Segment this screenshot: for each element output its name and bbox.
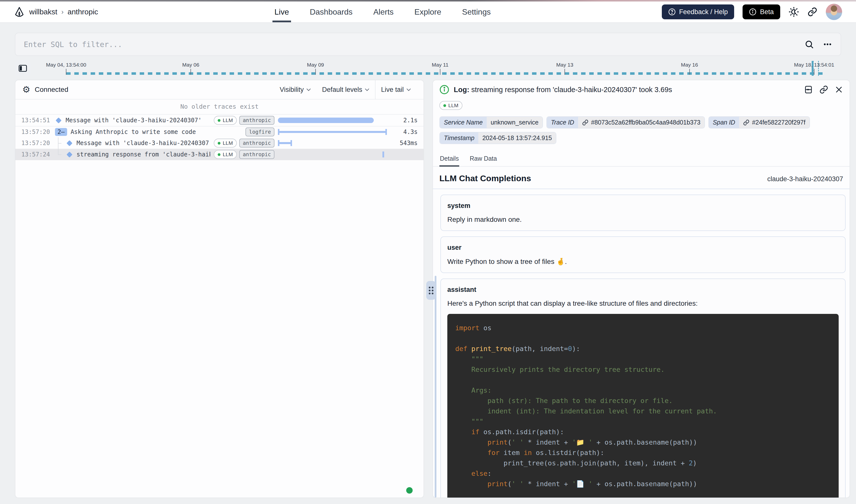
attribute-timestamp: Timestamp2024-05-18 13:57:24.915 [439, 132, 556, 144]
beta-button[interactable]: Beta [743, 4, 780, 19]
timeline-tick-mark [66, 69, 66, 75]
question-circle-icon [668, 8, 676, 16]
breadcrumb: willbakst › anthropic [29, 8, 98, 16]
trace-message: Asking Anthropic to write some code [71, 128, 242, 136]
attribute-label: Service Name [440, 117, 487, 128]
timeline-tick-mark [440, 69, 440, 75]
settings-gear-icon[interactable]: ⚙ [22, 85, 30, 94]
main-content: ⚙ Connected VisibilityDefault levelsLive… [15, 80, 850, 498]
chevron-right-icon: › [61, 8, 64, 16]
control-label: Live tail [381, 86, 404, 94]
attribute-trace-id: Trace ID#8073c52a62ffb9ba05c4aa948d01b37… [546, 116, 705, 128]
code-line: """ [455, 416, 831, 427]
timeline-tick-mark [689, 69, 690, 75]
control-default-levels[interactable]: Default levels [317, 80, 375, 99]
llm-badge: LLM [214, 116, 237, 125]
feedback-help-button[interactable]: Feedback / Help [662, 4, 734, 19]
trace-duration: 543ms [390, 140, 418, 146]
link-icon [582, 119, 589, 126]
code-block[interactable]: import os def print_tree(path, indent=0)… [447, 314, 839, 498]
trace-time: 13:57:20 [21, 140, 52, 146]
duration-bar [382, 151, 384, 158]
section-title: LLM Chat Completions [439, 174, 531, 183]
collapse-count-badge[interactable]: 2– [55, 128, 67, 136]
close-icon[interactable] [835, 85, 843, 94]
timeline-tick-label: May 16 [681, 62, 698, 68]
detail-actions [804, 85, 843, 94]
traces-panel: ⚙ Connected VisibilityDefault levelsLive… [15, 80, 424, 498]
trace-duration: 2.1s [390, 117, 418, 124]
code-line: if os.path.isdir(path): [455, 427, 831, 437]
message-card-user: userWrite Python to show a tree of files… [440, 236, 845, 273]
trace-row[interactable]: 13:57:20Message with 'claude-3-haiku-202… [15, 138, 423, 149]
llm-badge-label: LLM [223, 140, 233, 146]
attribute-label: Span ID [709, 117, 739, 128]
code-line [455, 489, 831, 498]
section-row: LLM Chat Completions claude-3-haiku-2024… [433, 167, 850, 188]
nav-item-dashboards[interactable]: Dashboards [310, 1, 353, 22]
tree-connector [55, 138, 63, 149]
nav-item-settings[interactable]: Settings [462, 1, 491, 22]
copy-link-icon[interactable] [819, 85, 828, 94]
trace-row[interactable]: 13:57:24streaming response from 'claude-… [15, 149, 423, 160]
logfire-logo-icon[interactable] [14, 6, 25, 17]
timeline-tick-label: May 06 [182, 62, 199, 68]
breadcrumb-project[interactable]: anthropic [68, 8, 98, 16]
span-diamond-icon [66, 151, 72, 158]
breadcrumb-org[interactable]: willbakst [29, 8, 57, 16]
trace-badges: LLManthropic [214, 139, 275, 147]
attribute-label: Trace ID [547, 117, 578, 128]
provider-badge-anthropic: anthropic [239, 139, 275, 147]
trace-time: 13:57:20 [21, 128, 52, 136]
sidebar-toggle-button[interactable] [15, 60, 31, 76]
attribute-value[interactable]: #24fe5822720f297f [739, 117, 809, 128]
attribute-pills: Service Nameunknown_serviceTrace ID#8073… [439, 116, 843, 144]
attribute-label: Timestamp [440, 132, 478, 144]
code-line: import os [455, 323, 831, 333]
message-text: Here's a Python script that can display … [447, 300, 839, 307]
panel-splitter-handle[interactable] [426, 281, 436, 300]
timeline-track[interactable]: May 04, 13:54:00May 06May 09May 11May 13… [47, 60, 841, 77]
attribute-value[interactable]: #8073c52a62ffb9ba05c4aa948d01b373 [578, 117, 704, 128]
feedback-help-label: Feedback / Help [679, 8, 728, 16]
trace-row[interactable]: 13:57:202–Asking Anthropic to write some… [15, 126, 423, 138]
llm-badge-label: LLM [223, 117, 233, 123]
code-line: print(' ' * indent + '📁 ' + os.path.base… [455, 437, 831, 448]
attribute-value-text: 2024-05-18 13:57:24.915 [482, 134, 552, 142]
tree-connector [55, 149, 63, 160]
timeline-tick-label: May 09 [307, 62, 324, 68]
message-card-assistant: assistantHere's a Python script that can… [440, 278, 845, 498]
green-dot-icon [218, 119, 221, 122]
tab-details[interactable]: Details [439, 151, 459, 166]
nav-item-explore[interactable]: Explore [414, 1, 441, 22]
duration-bar [278, 129, 387, 135]
messages-scrollbar[interactable] [435, 276, 436, 498]
chevron-down-icon [365, 88, 369, 91]
link-icon [743, 119, 750, 126]
duration-bar [278, 118, 374, 123]
trace-row[interactable]: 13:54:51Message with 'claude-3-haiku-202… [15, 114, 423, 126]
control-live-tail[interactable]: Live tail [375, 80, 417, 99]
green-dot-icon [218, 153, 221, 156]
theme-toggle-icon[interactable] [789, 7, 799, 17]
traces-controls: VisibilityDefault levelsLive tail [274, 80, 417, 99]
tab-raw-data[interactable]: Raw Data [469, 151, 497, 166]
sql-filter-input[interactable] [24, 40, 804, 49]
control-visibility[interactable]: Visibility [274, 80, 317, 99]
user-avatar[interactable] [826, 4, 842, 20]
info-circle-icon [749, 8, 756, 16]
code-line: indent (int): The indentation level for … [455, 406, 831, 416]
detail-tabs: DetailsRaw Data [433, 151, 850, 167]
code-line: Args: [455, 385, 831, 396]
span-diamond-icon [66, 140, 72, 146]
duration-bar-track [278, 149, 387, 160]
message-role: user [447, 244, 839, 252]
dock-panel-icon[interactable] [804, 85, 813, 94]
nav-item-live[interactable]: Live [275, 1, 289, 22]
code-line: print_tree(os.path.join(path, item), ind… [455, 458, 831, 468]
span-detail-panel: Log: streaming response from 'claude-3-h… [433, 80, 850, 498]
more-options-icon[interactable] [823, 40, 832, 49]
nav-item-alerts[interactable]: Alerts [373, 1, 394, 22]
search-icon[interactable] [804, 40, 814, 49]
share-link-icon[interactable] [807, 7, 817, 17]
